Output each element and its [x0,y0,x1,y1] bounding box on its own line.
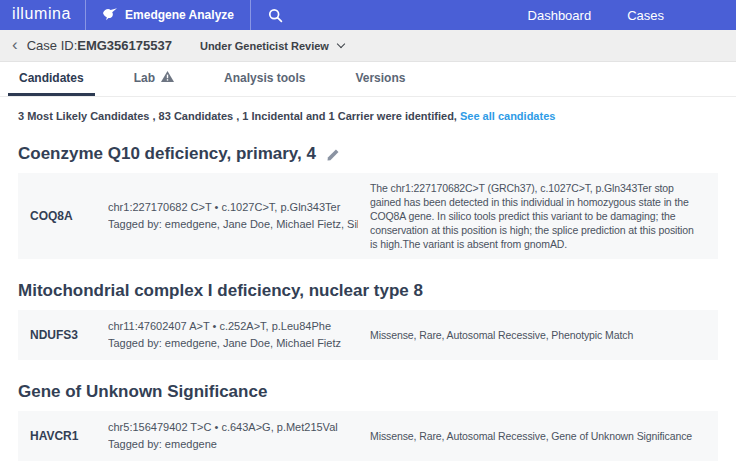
tab-candidates-label: Candidates [19,71,84,85]
variant-notation: chr1:227170682 C>T • c.1027C>T, p.Gln343… [108,199,358,216]
variant-row-coq8a[interactable]: COQ8A chr1:227170682 C>T • c.1027C>T, p.… [18,173,718,259]
top-navigation-bar: illumina Emedgene Analyze Dashboard Case… [0,0,736,30]
case-header-bar: ‹ Case ID:EMG356175537 Under Geneticist … [0,30,736,62]
tagged-by: Tagged by: emedgene, Jane Doe, Michael F… [108,335,358,352]
section-mitochondrial-complex: Mitochondrial complex I deficiency, nucl… [0,281,736,360]
case-id-label: Case ID: [27,38,78,53]
variant-notation: chr11:47602407 A>T • c.252A>T, p.Leu84Ph… [108,318,358,335]
case-status-dropdown[interactable]: Under Geneticist Review [200,40,344,52]
section-title: Mitochondrial complex I deficiency, nucl… [18,281,718,301]
search-icon[interactable] [251,8,300,23]
warning-triangle-icon [161,71,174,85]
see-all-candidates-link[interactable]: See all candidates [460,110,555,122]
gene-name[interactable]: NDUFS3 [18,328,108,342]
gene-name[interactable]: COQ8A [18,209,108,223]
tab-analysis-tools[interactable]: Analysis tools [213,62,316,96]
section-title-text: Gene of Unknown Significance [18,382,267,402]
case-status-label: Under Geneticist Review [200,40,329,52]
variant-info: chr11:47602407 A>T • c.252A>T, p.Leu84Ph… [108,318,358,352]
tagged-by: Tagged by: emedgene [108,436,358,453]
app-switcher[interactable]: Emedgene Analyze [86,7,250,24]
case-id-value: EMG356175537 [77,38,172,53]
candidates-summary: 3 Most Likely Candidates , 83 Candidates… [18,110,718,122]
nav-cases[interactable]: Cases [627,8,664,23]
tab-versions-label: Versions [355,71,405,85]
variant-info: chr1:227170682 C>T • c.1027C>T, p.Gln343… [108,199,358,233]
variant-notation: chr5:156479402 T>C • c.643A>G, p.Met215V… [108,419,358,436]
tab-candidates[interactable]: Candidates [8,62,95,96]
variant-row-havcr1[interactable]: HAVCR1 chr5:156479402 T>C • c.643A>G, p.… [18,411,718,461]
summary-text: 3 Most Likely Candidates , 83 Candidates… [18,110,457,122]
variant-tags: Missense, Rare, Autosomal Recessive, Gen… [358,429,718,443]
variant-description: The chr1:227170682C>T (GRCh37), c.1027C>… [358,181,710,251]
section-title: Coenzyme Q10 deficiency, primary, 4 [18,144,718,164]
tab-bar: Candidates Lab Analysis tools Versions [0,62,736,97]
nav-dashboard[interactable]: Dashboard [528,8,592,23]
emedgene-hummingbird-icon [102,7,118,24]
tab-lab[interactable]: Lab [123,62,185,96]
back-chevron-icon[interactable]: ‹ [0,36,27,55]
case-title: Case ID:EMG356175537 [27,38,172,53]
tagged-by: Tagged by: emedgene, Jane Doe, Michael F… [108,216,358,233]
section-title: Gene of Unknown Significance [18,382,718,402]
variant-tags: Missense, Rare, Autosomal Recessive, Phe… [358,328,718,342]
illumina-logo[interactable]: illumina [0,5,85,25]
edit-pencil-icon[interactable] [326,147,341,162]
tab-versions[interactable]: Versions [344,62,416,96]
gene-name[interactable]: HAVCR1 [18,429,108,443]
tab-analysis-tools-label: Analysis tools [224,71,305,85]
section-coenzyme-q10: Coenzyme Q10 deficiency, primary, 4 COQ8… [0,144,736,259]
section-gene-unknown-significance: Gene of Unknown Significance HAVCR1 chr5… [0,382,736,461]
chevron-down-icon [337,40,345,48]
section-title-text: Mitochondrial complex I deficiency, nucl… [18,281,423,301]
variant-row-ndufs3[interactable]: NDUFS3 chr11:47602407 A>T • c.252A>T, p.… [18,310,718,360]
app-name-label: Emedgene Analyze [125,8,234,22]
tab-lab-label: Lab [134,71,155,85]
section-title-text: Coenzyme Q10 deficiency, primary, 4 [18,144,316,164]
variant-info: chr5:156479402 T>C • c.643A>G, p.Met215V… [108,419,358,453]
